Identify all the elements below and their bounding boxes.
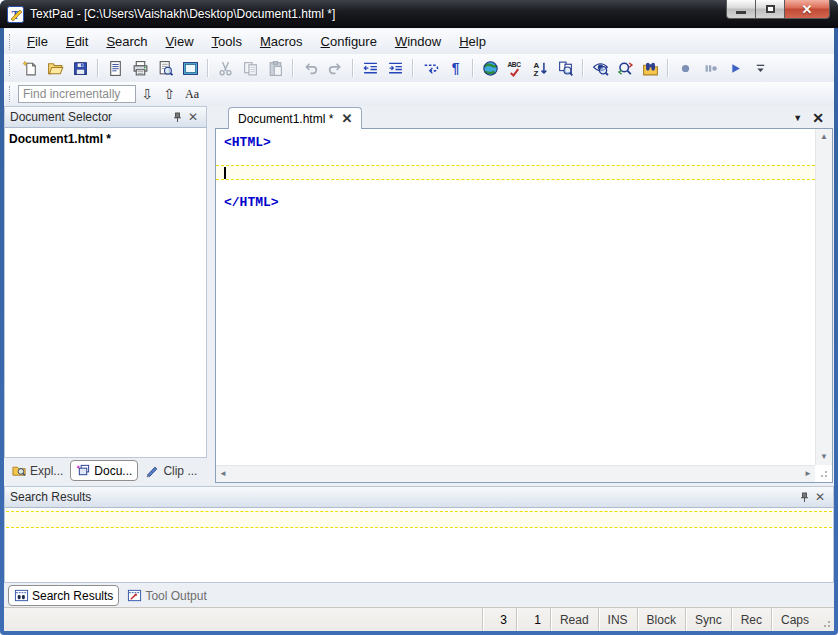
search-results-header: Search Results ✕ xyxy=(4,486,834,508)
menu-macros[interactable]: Macros xyxy=(251,31,312,52)
undo-icon[interactable] xyxy=(298,56,322,80)
editor: <HTML> </HTML> ▲ ▼ ◄ ► xyxy=(215,128,833,483)
word-wrap-icon[interactable] xyxy=(418,56,442,80)
sort-icon[interactable]: AZ xyxy=(528,56,552,80)
findbar-grip[interactable] xyxy=(9,86,12,102)
find-in-files-icon[interactable] xyxy=(638,56,662,80)
menu-window[interactable]: Window xyxy=(386,31,450,52)
close-panel-button[interactable]: ✕ xyxy=(185,109,201,125)
panel-splitter[interactable] xyxy=(207,106,215,483)
find-icon[interactable] xyxy=(588,56,612,80)
play-macro-icon[interactable] xyxy=(723,56,747,80)
pin-panel-button[interactable] xyxy=(796,489,812,505)
document-tab[interactable]: Document1.html * ✕ xyxy=(228,107,362,129)
menu-search[interactable]: Search xyxy=(97,31,156,52)
paste-icon[interactable] xyxy=(263,56,287,80)
save-icon[interactable] xyxy=(68,56,92,80)
document-tab-label: Document1.html * xyxy=(238,112,333,126)
editor-resize-grip[interactable] xyxy=(814,464,830,480)
close-panel-button[interactable]: ✕ xyxy=(812,489,828,505)
arrow-up-icon: ⇧ xyxy=(163,86,175,102)
print-preview-icon[interactable] xyxy=(153,56,177,80)
new-document-icon[interactable] xyxy=(18,56,42,80)
stop-macro-icon[interactable] xyxy=(698,56,722,80)
current-code-line xyxy=(216,165,815,180)
browser-preview-icon[interactable] xyxy=(478,56,502,80)
tab-clipbook-label: Clip ... xyxy=(163,464,197,478)
menu-help[interactable]: Help xyxy=(450,31,495,52)
record-macro-icon[interactable] xyxy=(673,56,697,80)
toolbar-overflow-icon[interactable] xyxy=(748,56,772,80)
unindent-icon[interactable] xyxy=(358,56,382,80)
formatting-marks-icon[interactable]: ¶ xyxy=(443,56,467,80)
document-properties-icon[interactable] xyxy=(103,56,127,80)
tab-explorer-label: Expl... xyxy=(30,464,63,478)
status-sync-mode: Sync xyxy=(685,608,731,631)
indent-icon[interactable] xyxy=(383,56,407,80)
menu-file[interactable]: File xyxy=(18,31,57,52)
document-list-item[interactable]: Document1.html * xyxy=(5,128,206,150)
tab-documents-label: Docu... xyxy=(94,464,132,478)
tab-clipbook[interactable]: Clip ... xyxy=(139,460,203,481)
match-case-icon: Aa xyxy=(185,87,199,101)
print-icon[interactable] xyxy=(128,56,152,80)
status-caps-lock: Caps xyxy=(771,608,818,631)
editor-zone: Document1.html * ✕ ▼ ✕ <HTML> </HTML> xyxy=(215,106,834,483)
status-bar: 3 1 Read INS Block Sync Rec Caps xyxy=(4,607,834,631)
code-area[interactable]: <HTML> </HTML> xyxy=(216,129,815,465)
vertical-scrollbar[interactable]: ▲ ▼ xyxy=(815,129,832,465)
cut-icon[interactable] xyxy=(213,56,237,80)
toolbar-separator xyxy=(97,59,98,77)
scroll-left-icon[interactable]: ◄ xyxy=(219,470,227,478)
toolbar-grip[interactable] xyxy=(9,60,12,76)
tab-documents[interactable]: Docu... xyxy=(70,460,138,481)
menubar-grip[interactable] xyxy=(9,34,12,50)
textpad-app-icon: T xyxy=(7,6,24,23)
redo-icon[interactable] xyxy=(323,56,347,80)
scroll-down-icon[interactable]: ▼ xyxy=(820,453,828,461)
tool-output-tab-icon xyxy=(127,588,142,603)
tab-tool-output[interactable]: Tool Output xyxy=(121,585,212,606)
window-resize-grip[interactable] xyxy=(818,615,832,629)
toolbar-separator xyxy=(582,59,583,77)
menu-configure[interactable]: Configure xyxy=(312,31,386,52)
open-file-icon[interactable] xyxy=(43,56,67,80)
replace-icon[interactable] xyxy=(613,56,637,80)
tab-explorer[interactable]: Expl... xyxy=(6,460,69,481)
menu-tools[interactable]: Tools xyxy=(203,31,251,52)
toolbar-separator xyxy=(207,59,208,77)
match-case-button[interactable]: Aa xyxy=(180,84,204,104)
find-toolbar: ⇩ ⇧ Aa xyxy=(4,82,834,106)
pin-panel-button[interactable] xyxy=(169,109,185,125)
toolbar-separator xyxy=(352,59,353,77)
document-selector-header: Document Selector ✕ xyxy=(4,106,207,128)
clipbook-icon xyxy=(145,463,160,478)
copy-icon[interactable] xyxy=(238,56,262,80)
find-next-button[interactable]: ⇩ xyxy=(136,84,158,104)
toolbar-separator xyxy=(412,59,413,77)
title-bar[interactable]: T TextPad - [C:\Users\Vaishakh\Desktop\D… xyxy=(0,0,838,28)
compare-files-icon[interactable] xyxy=(553,56,577,80)
search-results-panel: Search Results ✕ xyxy=(4,486,834,607)
scroll-right-icon[interactable]: ► xyxy=(804,470,812,478)
search-results-title: Search Results xyxy=(10,490,91,504)
horizontal-scrollbar[interactable]: ◄ ► xyxy=(216,465,815,482)
text-cursor xyxy=(224,167,226,179)
close-button[interactable]: ✕ xyxy=(784,0,830,19)
incremental-find-input[interactable] xyxy=(18,85,136,103)
tab-search-results[interactable]: Search Results xyxy=(8,585,119,606)
full-screen-icon[interactable] xyxy=(178,56,202,80)
status-read-only: Read xyxy=(550,608,598,631)
scroll-up-icon[interactable]: ▲ xyxy=(820,133,828,141)
toolbar-separator xyxy=(292,59,293,77)
minimize-button[interactable] xyxy=(726,0,756,19)
tab-list-dropdown-icon[interactable]: ▼ xyxy=(793,113,802,123)
close-document-icon[interactable]: ✕ xyxy=(812,111,824,125)
restore-button[interactable] xyxy=(756,0,784,19)
tab-close-icon[interactable]: ✕ xyxy=(341,112,352,125)
search-results-content[interactable] xyxy=(4,508,834,583)
menu-edit[interactable]: Edit xyxy=(57,31,97,52)
menu-view[interactable]: View xyxy=(157,31,203,52)
find-previous-button[interactable]: ⇧ xyxy=(158,84,180,104)
spell-check-icon[interactable]: ABC xyxy=(503,56,527,80)
